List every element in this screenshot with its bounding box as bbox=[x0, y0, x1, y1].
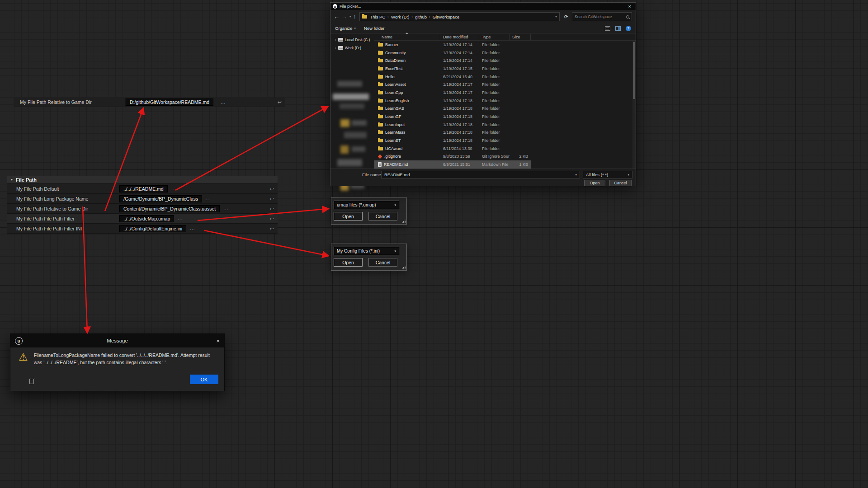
open-button[interactable]: Open bbox=[584, 180, 605, 186]
file-row[interactable]: LearnInput1/19/2024 17:18File folder bbox=[374, 121, 632, 129]
file-picker-titlebar[interactable]: u File picker... × bbox=[330, 3, 636, 10]
scrollbar-thumb[interactable] bbox=[633, 42, 635, 99]
file-type-combobox[interactable]: All files (*.*) ▾ bbox=[583, 171, 632, 178]
organize-menu[interactable]: Organize ▾ bbox=[335, 26, 356, 31]
sidebar-item-label: Local Disk (C:) bbox=[345, 38, 370, 42]
chevron-down-icon[interactable]: ▾ bbox=[575, 173, 577, 177]
reset-to-default-icon[interactable]: ↩ bbox=[278, 99, 282, 105]
open-button[interactable]: Open bbox=[334, 212, 363, 221]
file-type-filter-dropdown[interactable]: umap files (*.umap) ▾ bbox=[334, 201, 399, 209]
folder-icon bbox=[378, 83, 383, 86]
file-row[interactable]: README.md6/9/2021 15:51Markdown File1 KB bbox=[374, 160, 632, 169]
cancel-button[interactable]: Cancel bbox=[368, 212, 397, 221]
column-header-name[interactable]: Name bbox=[374, 34, 440, 40]
forward-button[interactable]: → bbox=[342, 14, 347, 19]
browse-button[interactable]: ... bbox=[206, 196, 211, 201]
folder-icon bbox=[378, 115, 383, 118]
sidebar-item-local-disk-c[interactable]: › Local Disk (C:) bbox=[330, 36, 374, 44]
property-value-input[interactable]: /Game/Dynamic/BP_DynamicClass bbox=[119, 195, 202, 202]
file-rows: Banner1/19/2024 17:14File folderCommunit… bbox=[374, 41, 632, 169]
file-row[interactable]: Community1/19/2024 17:14File folder bbox=[374, 49, 632, 57]
open-button[interactable]: Open bbox=[334, 258, 363, 267]
sidebar-item-label: Work (D:) bbox=[345, 46, 361, 50]
refresh-button[interactable]: ⟳ bbox=[563, 14, 570, 20]
resize-grip[interactable] bbox=[402, 220, 406, 223]
file-row[interactable]: Banner1/19/2024 17:14File folder bbox=[374, 41, 632, 49]
up-button[interactable]: ↑ bbox=[354, 14, 356, 19]
search-input[interactable] bbox=[575, 14, 625, 19]
file-type-filter-dropdown[interactable]: My Config Files (*.ini) ▾ bbox=[334, 247, 399, 255]
breadcrumb-segment[interactable]: This PC bbox=[369, 14, 387, 19]
folder-icon bbox=[378, 91, 383, 94]
file-date-modified: 1/19/2024 17:18 bbox=[440, 114, 479, 119]
column-header-size[interactable]: Size bbox=[509, 34, 531, 40]
address-bar[interactable]: This PC›Work (D:)›github›GitWorkspace ▾ bbox=[359, 12, 560, 21]
file-row[interactable]: LearnCpp1/19/2024 17:17File folder bbox=[374, 89, 632, 97]
breadcrumb-segment[interactable]: GitWorkspace bbox=[432, 14, 460, 19]
chevron-down-icon[interactable]: ▾ bbox=[627, 173, 629, 177]
reset-to-default-icon[interactable]: ↩ bbox=[270, 225, 274, 231]
file-row[interactable]: LearnAsset1/19/2024 17:17File folder bbox=[374, 80, 632, 89]
preview-pane-icon[interactable] bbox=[615, 26, 621, 31]
file-date-modified: 6/9/2021 15:51 bbox=[440, 162, 479, 167]
message-titlebar[interactable]: u Message × bbox=[10, 334, 224, 347]
file-row[interactable]: DataDriven1/19/2024 17:14File folder bbox=[374, 56, 632, 65]
drive-icon bbox=[338, 38, 343, 42]
scrollbar[interactable] bbox=[632, 41, 636, 169]
column-header-type[interactable]: Type bbox=[479, 34, 509, 40]
file-row[interactable]: LearnGF1/19/2024 17:18File folder bbox=[374, 113, 632, 121]
property-label: My File Path Long Package Name bbox=[16, 196, 119, 202]
file-row[interactable]: LearnGAS1/19/2024 17:18File folder bbox=[374, 105, 632, 113]
property-value-input[interactable]: Content/Dynamic/BP_DynamicClass.uasset bbox=[119, 205, 220, 212]
ok-button[interactable]: OK bbox=[190, 375, 218, 384]
history-dropdown-icon[interactable]: ▾ bbox=[349, 15, 351, 19]
browse-button[interactable]: ... bbox=[223, 206, 228, 211]
file-type: Markdown File bbox=[479, 162, 509, 167]
file-row[interactable]: LearnEnglish1/19/2024 17:18File folder bbox=[374, 97, 632, 105]
reset-to-default-icon[interactable]: ↩ bbox=[270, 186, 274, 192]
back-button[interactable]: ← bbox=[334, 14, 340, 19]
search-box[interactable] bbox=[572, 12, 632, 21]
property-value-input[interactable]: ../../Config/DefaultEngine.ini bbox=[119, 225, 186, 232]
file-row[interactable]: UCAward6/11/2024 13:30File folder bbox=[374, 145, 632, 153]
browse-button[interactable]: ... bbox=[171, 186, 176, 191]
browse-button[interactable]: ... bbox=[221, 100, 226, 105]
file-date-modified: 1/19/2024 17:18 bbox=[440, 106, 479, 111]
reset-to-default-icon[interactable]: ↩ bbox=[270, 216, 274, 221]
browse-button[interactable]: ... bbox=[178, 216, 183, 221]
file-row[interactable]: .gitignore9/8/2023 13:59Git Ignore Sourc… bbox=[374, 153, 632, 161]
file-row[interactable]: Hello6/21/2024 16:40File folder bbox=[374, 73, 632, 81]
change-view-icon[interactable] bbox=[605, 26, 610, 31]
chevron-down-icon[interactable]: ▾ bbox=[394, 203, 396, 207]
copy-to-clipboard-icon[interactable] bbox=[29, 379, 34, 384]
cancel-button[interactable]: Cancel bbox=[609, 180, 632, 186]
file-row[interactable]: LearnST1/19/2024 17:18File folder bbox=[374, 136, 632, 145]
category-header-file-path[interactable]: ▾ File Path bbox=[7, 176, 278, 184]
sidebar-item-work-d[interactable]: › Work (D:) bbox=[330, 44, 374, 52]
file-row[interactable]: ExcelTest1/19/2024 17:15File folder bbox=[374, 65, 632, 73]
file-row[interactable]: LearnMass1/19/2024 17:18File folder bbox=[374, 129, 632, 137]
new-folder-button[interactable]: New folder bbox=[364, 26, 384, 31]
file-type: File folder bbox=[479, 114, 509, 119]
breadcrumb-segment[interactable]: Work (D:) bbox=[390, 14, 410, 19]
file-name-combobox[interactable]: README.md ▾ bbox=[381, 171, 580, 178]
reset-to-default-icon[interactable]: ↩ bbox=[270, 206, 274, 211]
chevron-down-icon[interactable]: ▾ bbox=[394, 249, 396, 253]
address-dropdown-icon[interactable]: ▾ bbox=[555, 15, 557, 19]
close-icon[interactable]: × bbox=[626, 4, 633, 9]
column-header-date-modified[interactable]: Date modified bbox=[440, 34, 479, 40]
expand-chevron-icon[interactable]: › bbox=[335, 46, 336, 50]
collapse-triangle-icon[interactable]: ▾ bbox=[11, 178, 13, 182]
breadcrumb-segment[interactable]: github bbox=[414, 14, 428, 19]
browse-button[interactable]: ... bbox=[190, 226, 195, 231]
property-value-input[interactable]: ../../../README.md bbox=[119, 185, 168, 192]
close-icon[interactable]: × bbox=[216, 338, 220, 344]
cancel-button[interactable]: Cancel bbox=[368, 258, 397, 267]
property-value-input[interactable]: D:/github/GitWorkspace/README.md bbox=[126, 99, 213, 106]
expand-chevron-icon[interactable]: › bbox=[335, 38, 336, 42]
file-name-label: File name: bbox=[362, 172, 382, 177]
resize-grip[interactable] bbox=[402, 266, 406, 269]
help-icon[interactable]: ? bbox=[626, 26, 631, 31]
property-value-input[interactable]: ../../OutsideMap.umap bbox=[119, 215, 174, 222]
reset-to-default-icon[interactable]: ↩ bbox=[270, 196, 274, 202]
